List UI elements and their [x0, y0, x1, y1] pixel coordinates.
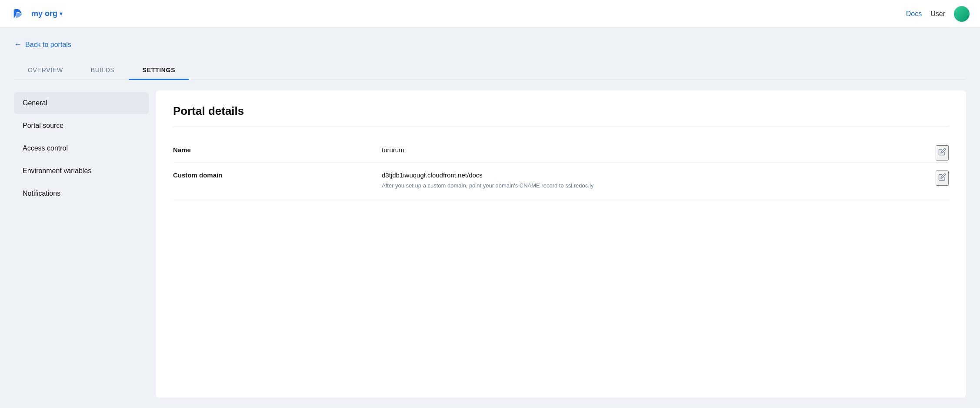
pencil-icon — [938, 148, 946, 156]
sidebar-item-environment-variables[interactable]: Environment variables — [14, 160, 149, 182]
tab-overview[interactable]: OVERVIEW — [14, 61, 77, 80]
sidebar-item-notifications[interactable]: Notifications — [14, 183, 149, 204]
back-arrow-icon: ← — [14, 40, 22, 49]
topnav-right: Docs User — [906, 6, 970, 22]
back-to-portals-label: Back to portals — [25, 41, 71, 49]
field-value-col-custom-domain: d3tjdb1iwuqugf.cloudfront.net/docs After… — [382, 171, 949, 190]
sidebar: General Portal source Access control Env… — [14, 90, 149, 398]
topnav-left: my org ▾ — [10, 6, 63, 22]
sub-header: ← Back to portals OVERVIEW BUILDS SETTIN… — [0, 28, 980, 80]
field-label-name: Name — [173, 146, 382, 154]
content-panel: Portal details Name tururum Custom domai… — [156, 90, 966, 398]
docs-link[interactable]: Docs — [906, 10, 922, 18]
org-name-button[interactable]: my org ▾ — [31, 9, 63, 18]
page-title: Portal details — [173, 104, 949, 127]
org-dropdown-chevron-icon: ▾ — [60, 10, 63, 17]
edit-name-button[interactable] — [936, 145, 949, 161]
avatar[interactable] — [954, 6, 970, 22]
sidebar-item-general[interactable]: General — [14, 92, 149, 114]
main-layout: General Portal source Access control Env… — [0, 80, 980, 408]
pencil-icon — [938, 173, 946, 181]
tab-builds[interactable]: BUILDS — [77, 61, 129, 80]
field-value-custom-domain: d3tjdb1iwuqugf.cloudfront.net/docs — [382, 171, 949, 179]
field-label-custom-domain: Custom domain — [173, 171, 382, 179]
field-value-name: tururum — [382, 146, 949, 154]
field-hint-custom-domain: After you set up a custom domain, point … — [382, 181, 949, 190]
tab-settings[interactable]: SETTINGS — [129, 61, 190, 80]
app-logo-icon — [10, 6, 27, 22]
field-row-custom-domain: Custom domain d3tjdb1iwuqugf.cloudfront.… — [173, 163, 949, 199]
topnav: my org ▾ Docs User — [0, 0, 980, 28]
tabs-bar: OVERVIEW BUILDS SETTINGS — [14, 61, 966, 80]
edit-custom-domain-button[interactable] — [936, 171, 949, 186]
field-value-col-name: tururum — [382, 146, 949, 154]
sidebar-item-portal-source[interactable]: Portal source — [14, 115, 149, 137]
field-row-name: Name tururum — [173, 137, 949, 163]
user-label: User — [930, 10, 945, 18]
sidebar-item-access-control[interactable]: Access control — [14, 137, 149, 159]
back-to-portals-link[interactable]: ← Back to portals — [14, 40, 966, 49]
